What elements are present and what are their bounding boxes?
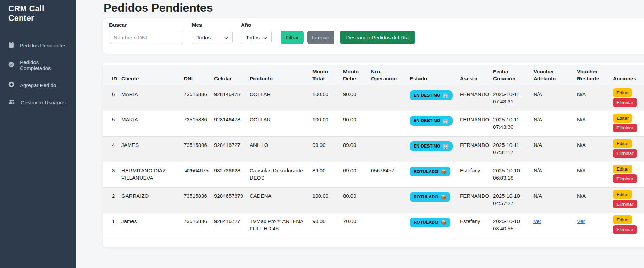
cell-id: 5: [103, 111, 121, 137]
clipboard-icon: [8, 42, 14, 49]
editar-button[interactable]: Editar: [613, 165, 632, 173]
cell-celular: 928416727: [214, 213, 250, 238]
cell-celular: 928146478: [214, 111, 250, 137]
status-badge: EN DESTINO🏢: [410, 90, 453, 100]
ano-select[interactable]: Todos: [241, 31, 272, 44]
column-header: Nro. Operación: [371, 65, 410, 86]
status-emoji-icon: 📦: [441, 195, 447, 199]
eliminar-button[interactable]: Eliminar: [613, 174, 637, 183]
sidebar-item-gestionar-usuarios[interactable]: Gestionar Usuarios: [0, 95, 76, 109]
voucher-value: N/A: [577, 117, 586, 123]
cell-estado: EN DESTINO🏢: [410, 111, 460, 137]
status-badge: ROTULADO📦: [410, 218, 450, 227]
limpiar-button[interactable]: Limpiar: [307, 31, 334, 44]
cell-nro-operacion: 05678457: [371, 162, 410, 188]
voucher-value: N/A: [533, 142, 542, 148]
cell-celular: 928416727: [214, 137, 250, 162]
filtrar-button[interactable]: Filtrar: [281, 31, 304, 44]
sidebar-item-pedidos-pendientes[interactable]: Pedidos Pendientes: [0, 38, 76, 52]
editar-button[interactable]: Editar: [613, 139, 632, 148]
cell-acciones: EditarEliminar: [613, 86, 644, 111]
sidebar-item-label: Pedidos Completados: [20, 59, 67, 71]
cell-cliente: MARIA: [121, 111, 184, 137]
buscar-group: Buscar: [109, 22, 183, 44]
cell-nro-operacion: [371, 188, 410, 213]
cell-voucher-restante: N/A: [577, 86, 613, 111]
status-badge: ROTULADO📦: [410, 167, 450, 176]
cell-nro-operacion: [371, 111, 410, 137]
column-header: Monto Total: [312, 65, 343, 86]
cell-asesor: FERNANDO: [460, 86, 493, 111]
cell-asesor: FERNANDO: [460, 137, 493, 162]
cell-fecha-creacion: 2025-10-10 04:57:27: [493, 188, 533, 213]
cell-voucher-restante: N/A: [577, 111, 613, 137]
cell-monto-total: 100.00: [312, 86, 343, 111]
cell-monto-total: 100.00: [312, 188, 343, 213]
voucher-ver-link[interactable]: Ver: [577, 218, 585, 224]
cell-dni: 73515886: [184, 86, 214, 111]
cell-voucher-adelanto: N/A: [533, 111, 577, 137]
cell-monto-debe: 90.00: [343, 86, 371, 111]
cell-voucher-restante: N/A: [577, 162, 613, 188]
cell-nro-operacion: [371, 86, 410, 111]
editar-button[interactable]: Editar: [613, 215, 632, 224]
sidebar-item-label: Pedidos Pendientes: [20, 42, 66, 48]
cell-cliente: HERMITAÑO DIAZ VILLANUEVA: [121, 162, 184, 188]
sidebar-item-agregar-pedido[interactable]: Agregar Pedido: [0, 78, 76, 92]
cell-id: 1: [103, 213, 121, 238]
cell-monto-debe: 80.00: [343, 188, 371, 213]
status-label: ROTULADO: [414, 195, 438, 199]
eliminar-button[interactable]: Eliminar: [613, 98, 637, 107]
eliminar-button[interactable]: Eliminar: [613, 149, 637, 158]
cell-producto: COLLAR: [250, 111, 312, 137]
status-label: EN DESTINO: [414, 119, 440, 123]
sidebar-item-pedidos-completados[interactable]: Pedidos Completados: [0, 56, 76, 74]
editar-button[interactable]: Editar: [613, 190, 632, 199]
cell-nro-operacion: [371, 213, 410, 238]
cell-cliente: JAMES: [121, 137, 184, 162]
cell-producto: COLLAR: [250, 86, 312, 111]
mes-select-value: Todos: [197, 34, 211, 40]
cell-producto: ANILLO: [250, 137, 312, 162]
column-header: Estado: [410, 65, 460, 86]
cell-celular: 9284657879: [214, 188, 250, 213]
cell-producto: TVMax Pro™ ANTENA FULL HD 4K: [250, 213, 312, 238]
cell-dni: 73515886: [184, 111, 214, 137]
chevron-down-icon: [224, 34, 228, 40]
status-emoji-icon: 📦: [441, 220, 447, 225]
buscar-label: Buscar: [109, 22, 183, 28]
cell-monto-debe: 90.00: [343, 111, 371, 137]
descargar-pedidos-button[interactable]: Descargar Pedidos del Día: [340, 31, 415, 44]
cell-voucher-adelanto: N/A: [533, 188, 577, 213]
table-header-row: IDClienteDNICelularProductoMonto TotalMo…: [103, 65, 644, 86]
status-label: ROTULADO: [414, 220, 438, 225]
column-header: Voucher Restante: [577, 65, 613, 86]
status-badge: ROTULADO📦: [410, 192, 450, 202]
cell-estado: ROTULADO📦: [410, 213, 460, 238]
cell-asesor: Estefany: [460, 162, 493, 188]
eliminar-button[interactable]: Eliminar: [613, 225, 637, 234]
mes-select[interactable]: Todos: [192, 31, 233, 44]
cell-monto-total: 90.00: [312, 213, 343, 238]
table-row: 4JAMES73515886928416727ANILLO99.0089.00E…: [103, 137, 644, 162]
voucher-ver-link[interactable]: Ver: [533, 218, 541, 224]
eliminar-button[interactable]: Eliminar: [613, 200, 637, 208]
mes-label: Mes: [192, 22, 233, 28]
column-header: Monto Debe: [343, 65, 371, 86]
plus-circle-icon: [8, 81, 14, 88]
editar-button[interactable]: Editar: [613, 114, 632, 123]
cell-voucher-adelanto: Ver: [533, 213, 577, 238]
cell-fecha-creacion: 2025-10-11 07:43:31: [493, 86, 533, 111]
cell-fecha-creacion: 2025-10-11 07:43:30: [493, 111, 533, 137]
cell-monto-total: 100.00: [312, 111, 343, 137]
eliminar-button[interactable]: Eliminar: [613, 124, 637, 132]
search-input[interactable]: [109, 31, 183, 44]
table-row: 3HERMITAÑO DIAZ VILLANUEVA:4256467593273…: [103, 162, 644, 188]
cell-cliente: GARRAIZO: [121, 188, 184, 213]
cell-celular: 928146478: [214, 86, 250, 111]
table-row: 2GARRAIZO735158869284657879CADENA100.008…: [103, 188, 644, 213]
editar-button[interactable]: Editar: [613, 88, 632, 97]
cell-dni: 73515886: [184, 137, 214, 162]
cell-producto: CADENA: [250, 188, 312, 213]
cell-celular: 932736628: [214, 162, 250, 188]
